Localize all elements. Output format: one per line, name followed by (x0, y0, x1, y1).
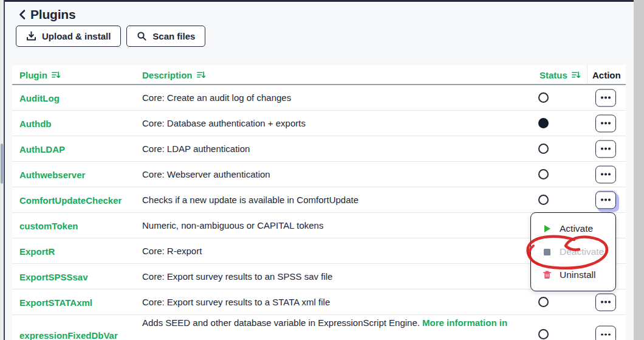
description-text: Numeric, non-ambiguous or CAPITAL tokens (142, 220, 323, 231)
row-actions-menu: Activate Deactivate Uninstall (530, 212, 616, 291)
plugin-link[interactable]: Authdb (19, 118, 51, 128)
more-info-link[interactable]: More information in (422, 317, 507, 328)
status-circle-icon (538, 297, 549, 307)
status-indicator (538, 169, 549, 180)
description-text: Core: LDAP authentication (142, 144, 250, 154)
status-indicator (538, 297, 549, 308)
upload-icon (26, 31, 36, 41)
plugin-description: Checks if a new update is available in C… (142, 194, 577, 206)
row-actions-button[interactable] (595, 114, 616, 132)
status-indicator (538, 195, 549, 206)
plugin-description: Core: Create an audit log of changes (142, 92, 577, 104)
play-icon (543, 225, 551, 232)
panel-left-border (4, 0, 5, 340)
status-circle-icon (538, 144, 549, 154)
left-scrollbar-thumb[interactable] (1, 144, 3, 184)
description-text: Core: Export survey results to an SPSS s… (142, 271, 332, 282)
uninstall-label: Uninstall (560, 269, 595, 280)
row-actions-button[interactable] (595, 89, 616, 106)
menu-item-deactivate[interactable]: Deactivate (531, 240, 615, 263)
menu-item-uninstall[interactable]: Uninstall (531, 263, 615, 286)
scan-files-label: Scan files (152, 31, 195, 41)
plugin-link[interactable]: customToken (19, 220, 78, 231)
plugin-link[interactable]: ExportSTATAxml (19, 297, 92, 307)
table-row: Authdb Core: Database authentication + e… (12, 111, 626, 136)
stop-square-icon (543, 249, 551, 255)
activate-label: Activate (560, 223, 593, 234)
action-cell (595, 140, 616, 158)
action-cell (595, 293, 616, 311)
column-header-description[interactable]: Description (142, 69, 205, 80)
ellipsis-icon (601, 301, 603, 304)
plugin-description: Adds SEED and other database variable in… (142, 317, 577, 329)
plugin-description: Core: Export survey results to a STATA x… (142, 296, 577, 308)
row-actions-button[interactable] (595, 140, 616, 158)
status-circle-icon (538, 195, 549, 205)
action-cell (595, 89, 616, 106)
status-circle-icon (538, 169, 549, 179)
plugin-description: Core: Export survey results to an SPSS s… (142, 271, 577, 283)
table-row: AuthLDAP Core: LDAP authentication (12, 136, 626, 162)
status-circle-icon (538, 118, 549, 128)
status-indicator (538, 329, 549, 340)
plugin-link[interactable]: AuthLDAP (19, 144, 65, 154)
window-top-border (0, 0, 634, 2)
ellipsis-icon (601, 148, 603, 150)
action-cell (595, 326, 616, 340)
status-circle-icon (538, 329, 549, 339)
plugin-description: Core: R-export (142, 245, 577, 257)
sort-icon (572, 71, 580, 78)
description-text: Core: Export survey results to a STATA x… (142, 297, 330, 307)
ellipsis-icon (601, 173, 603, 176)
scan-files-button[interactable]: Scan files (126, 26, 205, 47)
table-row: Authwebserver Core: Webserver authentica… (12, 162, 626, 187)
table-row: expressionFixedDbVar Adds SEED and other… (12, 315, 626, 340)
status-indicator (538, 118, 549, 129)
row-actions-button[interactable] (595, 191, 616, 209)
action-header-label: Action (592, 69, 621, 80)
description-text: Core: Webserver authentication (142, 169, 270, 179)
action-cell (595, 165, 616, 183)
ellipsis-icon (601, 333, 603, 336)
table-row: ComfortUpdateChecker Checks if a new upd… (12, 187, 626, 213)
page-header: Plugins (18, 7, 75, 22)
upload-install-label: Upload & install (42, 31, 111, 41)
ellipsis-icon (601, 199, 603, 201)
plugin-description: Numeric, non-ambiguous or CAPITAL tokens (142, 220, 577, 232)
plugin-link[interactable]: expressionFixedDbVar (19, 330, 118, 340)
page-title: Plugins (30, 7, 75, 22)
back-chevron-icon[interactable] (18, 9, 26, 20)
description-text: Checks if a new update is available in C… (142, 195, 358, 205)
plugin-link[interactable]: ExportSPSSsav (19, 271, 88, 282)
search-icon (137, 31, 147, 41)
plugin-link[interactable]: ExportR (19, 246, 55, 256)
row-actions-button[interactable] (595, 293, 616, 311)
sort-icon (52, 71, 60, 78)
status-indicator (538, 144, 549, 154)
plugin-link[interactable]: ComfortUpdateChecker (19, 195, 122, 205)
plugin-header-label: Plugin (19, 69, 47, 80)
status-indicator (538, 92, 549, 103)
plugins-table: Plugin Description Status Action AuditLo… (12, 65, 626, 340)
column-header-action: Action (592, 69, 621, 80)
action-cell (595, 114, 616, 132)
column-header-plugin[interactable]: Plugin (19, 69, 60, 80)
plugin-link[interactable]: Authwebserver (19, 169, 85, 179)
description-text: Core: R-export (142, 246, 202, 256)
description-text: Core: Create an audit log of changes (142, 92, 291, 103)
description-text: Core: Database authentication + exports (142, 118, 306, 128)
sort-icon (197, 71, 205, 78)
status-circle-icon (538, 92, 549, 103)
right-gutter (634, 0, 644, 340)
plugin-description: Core: LDAP authentication (142, 143, 577, 155)
menu-item-activate[interactable]: Activate (531, 217, 615, 240)
plugin-link[interactable]: AuditLog (19, 92, 60, 103)
table-row: AuditLog Core: Create an audit log of ch… (12, 85, 626, 111)
status-header-label: Status (540, 69, 567, 80)
column-header-status[interactable]: Status (540, 69, 580, 80)
row-actions-button[interactable] (595, 326, 616, 340)
row-actions-button[interactable] (595, 165, 616, 183)
trash-icon (543, 271, 551, 279)
table-row: ExportSTATAxml Core: Export survey resul… (12, 290, 626, 315)
upload-install-button[interactable]: Upload & install (16, 26, 121, 47)
